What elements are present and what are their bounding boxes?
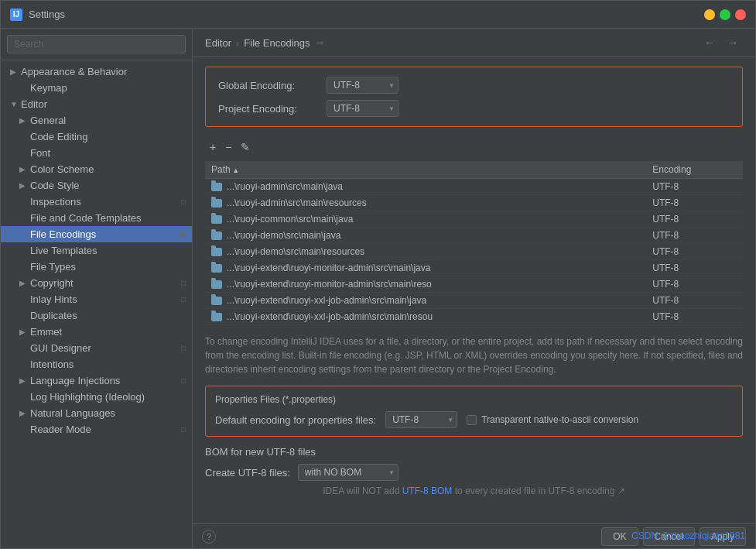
folder-icon bbox=[211, 215, 222, 224]
table-row[interactable]: ...\ruoyi-demo\src\main\java UTF-8 bbox=[205, 228, 743, 244]
remove-button[interactable]: − bbox=[221, 139, 236, 155]
transparent-checkbox-label[interactable]: Transparent native-to-ascii conversion bbox=[467, 414, 638, 425]
sidebar-item-copyright[interactable]: ▶ Copyright □ bbox=[1, 275, 192, 291]
sidebar-item-label: Log Highlighting (Ideolog) bbox=[30, 391, 145, 403]
sidebar-item-general[interactable]: ▶ General bbox=[1, 112, 192, 129]
transparent-checkbox[interactable] bbox=[467, 415, 477, 425]
bom-create-select[interactable]: with NO BOM with BOM bbox=[298, 464, 399, 481]
table-row[interactable]: ...\ruoyi-admin\src\main\java UTF-8 bbox=[205, 179, 743, 195]
expand-icon: ▶ bbox=[19, 116, 27, 125]
table-cell-encoding: UTF-8 bbox=[646, 195, 743, 211]
global-encoding-select[interactable]: UTF-8 UTF-16 ISO-8859-1 bbox=[327, 77, 399, 94]
folder-icon bbox=[211, 183, 222, 191]
encoding-table: Path Encoding ...\ruoyi-admin\src\main\j… bbox=[205, 161, 743, 325]
app-icon: IJ bbox=[10, 9, 22, 21]
sidebar-item-appearance[interactable]: ▶ Appearance & Behavior bbox=[1, 63, 192, 80]
table-cell-path: ...\ruoyi-demo\src\main\resources bbox=[205, 244, 646, 260]
col-encoding[interactable]: Encoding bbox=[646, 161, 743, 179]
bom-note-prefix: IDEA will NOT add bbox=[323, 486, 402, 496]
sidebar-item-file-code-templates[interactable]: File and Code Templates bbox=[1, 210, 192, 226]
sidebar-item-gui-designer[interactable]: GUI Designer □ bbox=[1, 340, 192, 356]
sidebar-item-reader-mode[interactable]: Reader Mode □ bbox=[1, 421, 192, 437]
settings-window: IJ Settings ▶ Appearance & Behavior bbox=[0, 0, 756, 549]
panel-header: Editor › File Encodings ⇒ ← → bbox=[193, 29, 755, 57]
bom-row: Create UTF-8 files: with NO BOM with BOM bbox=[205, 464, 743, 481]
minimize-button[interactable] bbox=[704, 9, 715, 20]
badge-icon: □ bbox=[181, 279, 186, 287]
table-toolbar: + − ✎ bbox=[205, 136, 743, 158]
sidebar-item-code-editing[interactable]: Code Editing bbox=[1, 129, 192, 145]
sidebar-item-duplicates[interactable]: Duplicates bbox=[1, 307, 192, 324]
expand-icon: ▶ bbox=[10, 67, 18, 76]
edit-button[interactable]: ✎ bbox=[236, 139, 255, 155]
sidebar-item-label: Language Injections bbox=[30, 375, 120, 386]
sidebar-item-label: Appearance & Behavior bbox=[21, 66, 127, 77]
table-cell-encoding: UTF-8 bbox=[646, 211, 743, 228]
sidebar-item-emmet[interactable]: ▶ Emmet bbox=[1, 324, 192, 340]
search-input[interactable] bbox=[7, 35, 186, 53]
badge-icon: □ bbox=[181, 344, 186, 352]
project-encoding-select[interactable]: UTF-8 UTF-16 ISO-8859-1 bbox=[327, 100, 399, 117]
link-icon: ⇒ bbox=[316, 38, 323, 48]
back-button[interactable]: ← bbox=[700, 35, 720, 50]
breadcrumb-current: File Encodings bbox=[244, 37, 310, 49]
table-row[interactable]: ...\ruoyi-extend\ruoyi-xxl-job-admin\src… bbox=[205, 293, 743, 309]
sidebar-item-font[interactable]: Font bbox=[1, 145, 192, 161]
sidebar-item-language-injections[interactable]: ▶ Language Injections □ bbox=[1, 372, 192, 389]
sidebar-item-inlay-hints[interactable]: Inlay Hints □ bbox=[1, 291, 192, 307]
table-cell-encoding: UTF-8 bbox=[646, 179, 743, 195]
main-content: ▶ Appearance & Behavior Keymap ▼ Editor … bbox=[1, 29, 755, 548]
expand-icon: ▼ bbox=[10, 100, 18, 108]
sidebar-item-label: Keymap bbox=[30, 82, 67, 94]
search-container bbox=[1, 29, 192, 60]
sidebar-item-editor[interactable]: ▼ Editor bbox=[1, 96, 192, 112]
bom-note-link[interactable]: UTF-8 BOM bbox=[402, 486, 453, 496]
table-cell-path: ...\ruoyi-extend\ruoyi-xxl-job-admin\src… bbox=[205, 309, 646, 325]
sidebar-item-intentions[interactable]: Intentions bbox=[1, 356, 192, 372]
table-row[interactable]: ...\ruoyi-extend\ruoyi-monitor-admin\src… bbox=[205, 260, 743, 276]
table-cell-encoding: UTF-8 bbox=[646, 260, 743, 276]
table-row[interactable]: ...\ruoyi-extend\ruoyi-xxl-job-admin\src… bbox=[205, 309, 743, 325]
sidebar-item-label: Code Style bbox=[30, 180, 80, 191]
expand-icon: ▶ bbox=[19, 409, 27, 417]
sidebar-item-label: Live Templates bbox=[30, 245, 97, 256]
sidebar-item-label: Reader Mode bbox=[30, 424, 91, 435]
sidebar-item-label: GUI Designer bbox=[30, 342, 91, 354]
default-encoding-label: Default encoding for properties files: bbox=[215, 414, 376, 426]
sidebar-item-file-encodings[interactable]: File Encodings ▣ bbox=[1, 226, 192, 242]
sidebar-item-label: Emmet bbox=[30, 326, 62, 338]
sidebar-item-log-highlighting[interactable]: Log Highlighting (Ideolog) bbox=[1, 389, 192, 405]
encoding-section: Global Encoding: UTF-8 UTF-16 ISO-8859-1… bbox=[205, 67, 743, 127]
table-cell-path: ...\ruoyi-demo\src\main\java bbox=[205, 228, 646, 244]
table-row[interactable]: ...\ruoyi-common\src\main\java UTF-8 bbox=[205, 211, 743, 228]
add-button[interactable]: + bbox=[205, 139, 221, 155]
maximize-button[interactable] bbox=[720, 9, 730, 20]
col-path[interactable]: Path bbox=[205, 161, 646, 179]
expand-icon: ▶ bbox=[19, 328, 27, 336]
properties-encoding-select[interactable]: UTF-8 ISO-8859-1 bbox=[385, 411, 457, 428]
badge-icon: ▣ bbox=[179, 230, 186, 238]
table-row[interactable]: ...\ruoyi-demo\src\main\resources UTF-8 bbox=[205, 244, 743, 260]
table-cell-path: ...\ruoyi-common\src\main\java bbox=[205, 211, 646, 228]
sidebar-item-natural-languages[interactable]: ▶ Natural Languages bbox=[1, 405, 192, 421]
close-button[interactable] bbox=[735, 9, 746, 20]
sidebar-item-inspections[interactable]: Inspections □ bbox=[1, 194, 192, 210]
sidebar-item-live-templates[interactable]: Live Templates bbox=[1, 242, 192, 259]
sidebar-item-keymap[interactable]: Keymap bbox=[1, 80, 192, 96]
forward-button[interactable]: → bbox=[723, 35, 743, 50]
breadcrumb-parent: Editor bbox=[205, 37, 231, 49]
table-cell-path: ...\ruoyi-admin\src\main\resources bbox=[205, 195, 646, 211]
sidebar-item-label: File Encodings bbox=[30, 228, 96, 240]
help-button[interactable]: ? bbox=[202, 530, 216, 544]
table-cell-encoding: UTF-8 bbox=[646, 276, 743, 293]
table-cell-path: ...\ruoyi-extend\ruoyi-monitor-admin\src… bbox=[205, 260, 646, 276]
sidebar-item-code-style[interactable]: ▶ Code Style bbox=[1, 177, 192, 194]
folder-icon bbox=[211, 248, 222, 256]
sidebar-item-label: File Types bbox=[30, 261, 76, 273]
table-row[interactable]: ...\ruoyi-extend\ruoyi-monitor-admin\src… bbox=[205, 276, 743, 293]
table-row[interactable]: ...\ruoyi-admin\src\main\resources UTF-8 bbox=[205, 195, 743, 211]
bom-create-label: Create UTF-8 files: bbox=[205, 467, 290, 479]
sidebar-item-file-types[interactable]: File Types bbox=[1, 259, 192, 275]
sidebar-item-color-scheme[interactable]: ▶ Color Scheme bbox=[1, 161, 192, 177]
sidebar-item-label: Intentions bbox=[30, 359, 74, 370]
